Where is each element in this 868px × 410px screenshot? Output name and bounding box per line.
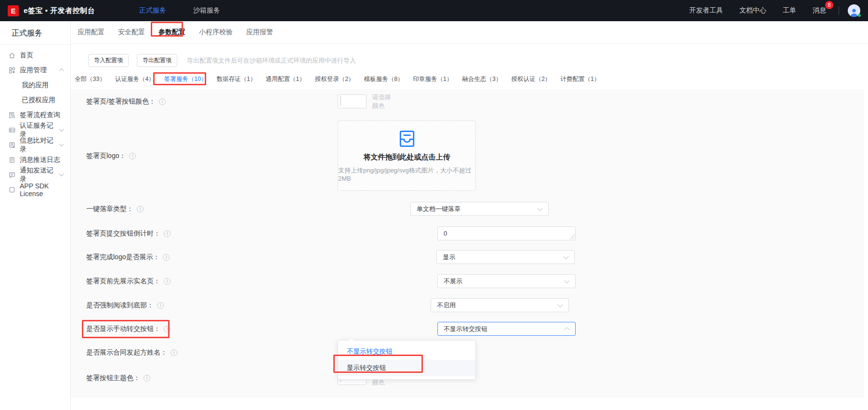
info-icon[interactable] [129,153,136,159]
nav-link-docs-center[interactable]: 文档中心 [739,6,766,15]
filter-billing-config[interactable]: 计费配置（1） [558,75,602,83]
dropdown-option-hide-transfer[interactable]: 不显示转交按钮 [338,344,475,360]
tab-security-config[interactable]: 安全配置 [117,28,146,37]
info-icon[interactable] [159,98,166,105]
force-read-select[interactable]: 不启用 [431,298,569,312]
info-icon[interactable] [144,375,150,382]
app-grid-icon [9,67,15,74]
chevron-down-icon [557,302,563,307]
select-value: 单文档一键落章 [417,205,460,213]
nav-link-developer-tools[interactable]: 开发者工具 [689,6,723,15]
realname-page-select[interactable]: 不展示 [437,274,576,288]
form-row-realname-page: 签署页前先展示实名页： 不展示 [71,274,309,288]
filter-seal-service[interactable]: 印章服务（1） [411,75,455,83]
select-value: 不显示转交按钮 [444,325,487,333]
nav-link-sandbox[interactable]: 沙箱服务 [193,6,220,15]
field-label: 是否强制阅读到底部： [86,301,164,310]
dropdown-option-show-transfer[interactable]: 显示转交按钮 [338,360,475,376]
nav-link-production[interactable]: 正式服务 [139,6,166,15]
sidebar-item-label: 已授权应用 [22,96,55,105]
tab-bar: 应用配置 安全配置 参数配置 小程序校验 应用报警 [71,21,868,44]
chevron-down-icon [59,172,64,176]
countdown-input[interactable]: 0 [437,226,576,240]
chevron-down-icon [59,127,64,132]
chevron-up-icon [564,327,569,332]
filter-all[interactable]: 全部（33） [73,75,107,83]
info-icon[interactable] [164,278,171,285]
select-value: 不展示 [444,277,462,286]
transfer-btn-select[interactable]: 不显示转交按钮 [437,322,576,336]
env-switcher: 正式服务 沙箱服务 [139,6,220,15]
field-label: 是否展示合同发起方姓名： [86,348,177,357]
info-icon[interactable] [164,230,171,237]
color-picker-trigger[interactable] [338,94,367,108]
sidebar-item-label: 我的应用 [22,81,49,90]
chat-bubble-icon [9,172,15,178]
sidebar-item-notification-records[interactable]: 通知发送记录 [0,167,70,182]
info-icon[interactable] [137,206,144,212]
sidebar-menu: 首页 应用管理 我的应用 已授权应用 [0,48,70,197]
sign-color-picker: 请选择颜色 [338,93,392,110]
transfer-btn-dropdown: 不显示转交按钮 显示转交按钮 [338,340,476,380]
upload-title: 将文件拖到此处或点击上传 [364,153,450,162]
filter-data-deposit[interactable]: 数据存证（1） [215,75,258,83]
config-form: 签署页/签署按钮颜色： 请选择颜色 签署页logo： [71,89,868,398]
sidebar-item-home[interactable]: 首页 [0,48,70,63]
filter-auth-login[interactable]: 授权登录（2） [313,75,356,83]
sidebar: 正式服务 首页 应用管理 我的应用 [0,21,71,410]
sidebar-item-info-compare-records[interactable]: 信息比对记录 [0,137,70,152]
export-config-button[interactable]: 导出配置项 [137,54,177,67]
sidebar-item-app-management[interactable]: 应用管理 [0,63,70,78]
sidebar-item-label: 首页 [20,51,33,60]
flow-search-icon [9,112,15,119]
seal-type-select[interactable]: 单文档一键落章 [410,202,549,216]
field-label: 签署页logo： [86,152,136,160]
filter-fusion-eco[interactable]: 融合生态（3） [460,75,504,83]
sidebar-item-auth-service-records[interactable]: 认证服务记录 [0,122,70,137]
logo-upload-dropzone[interactable]: 将文件拖到此处或点击上传 支持上传png/jpg/jpeg/svg格式图片，大小… [338,120,476,191]
import-config-button[interactable]: 导入配置项 [88,54,129,67]
form-row-force-read: 是否强制阅读到底部： 不启用 [71,298,302,312]
field-label: 签署页提交按钮倒计时： [86,229,171,238]
form-row-seal-type: 一键落章类型： 单文档一键落章 [71,202,282,216]
tab-miniprogram-check[interactable]: 小程序校验 [198,28,234,37]
tab-app-config[interactable]: 应用配置 [77,28,105,37]
top-navbar: E e签宝 ▪ 开发者控制台 正式服务 沙箱服务 开发者工具 文档中心 工单 消… [0,0,868,21]
field-label-text: 签署页logo： [86,152,126,160]
chevron-down-icon [59,142,64,146]
tab-app-alert[interactable]: 应用报警 [245,28,274,37]
info-icon[interactable] [171,349,177,356]
field-label-text: 签署按钮主题色： [86,374,140,383]
filter-general-config[interactable]: 通用配置（1） [264,75,307,83]
form-row-logo-show: 签署完成logo是否展示： 显示 [71,250,308,264]
filter-template-service[interactable]: 模板服务（8） [362,75,406,83]
info-icon[interactable] [163,254,170,261]
sidebar-item-label: 信息比对记录 [20,136,60,154]
resize-grip[interactable] [569,234,575,239]
tab-parameter-config[interactable]: 参数配置 [158,28,186,37]
nav-link-work-order[interactable]: 工单 [783,6,796,15]
filter-auth-service[interactable]: 认证服务（4） [113,75,157,83]
filter-auth-cert[interactable]: 授权认证（2） [509,75,552,83]
filter-sign-service[interactable]: 签署服务（10） [162,75,209,83]
info-icon[interactable] [157,302,164,309]
sidebar-item-my-apps[interactable]: 我的应用 [0,78,70,93]
doc-compare-icon [9,142,15,148]
logo-show-select[interactable]: 显示 [436,250,575,264]
upload-doc-icon [398,130,416,148]
dropdown-notch [349,337,354,343]
field-label: 签署页/签署按钮颜色： [86,97,166,106]
field-label: 是否显示手动转交按钮： [86,325,171,333]
sidebar-item-app-sdk-license[interactable]: APP SDK License [0,182,70,197]
logo-mark: E [11,7,15,15]
nav-link-messages[interactable]: 消息 8 [813,6,826,15]
sidebar-item-label: 签署流程查询 [20,111,60,119]
scrollbar-track[interactable] [864,89,868,398]
sidebar-item-message-push-logs[interactable]: 消息推送日志 [0,152,70,167]
sidebar-item-authorized-apps[interactable]: 已授权应用 [0,93,70,107]
messages-label: 消息 [813,6,826,14]
field-label-text: 签署完成logo是否展示： [86,253,159,262]
info-icon[interactable] [164,326,171,332]
select-value: 不启用 [437,301,456,310]
sidebar-item-sign-flow-query[interactable]: 签署流程查询 [0,107,70,122]
